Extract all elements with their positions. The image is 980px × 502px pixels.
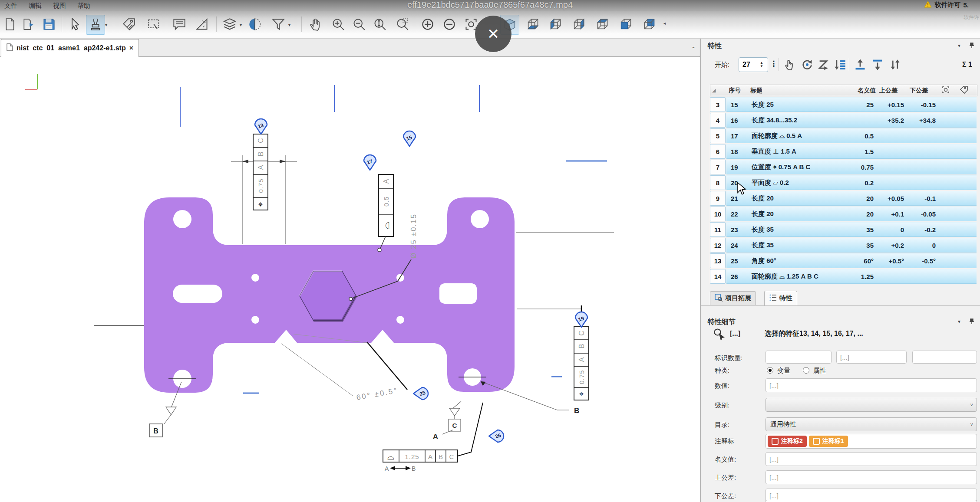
corner-hole[interactable] — [471, 210, 489, 228]
rect-slot-hole[interactable] — [439, 283, 477, 304]
upper-tol-cell[interactable] — [877, 160, 907, 174]
view-left-icon[interactable] — [546, 15, 564, 34]
upper-tol-cell[interactable]: +0.2 — [877, 238, 907, 253]
seq-cell[interactable]: 15 — [726, 97, 748, 112]
lower-tol-cell[interactable]: -0.05 — [907, 207, 939, 221]
sort-list-icon[interactable] — [832, 57, 848, 72]
title-cell[interactable]: 面轮廓度 ⌓ 0.5 A — [748, 128, 845, 143]
video-close-button[interactable]: ✕ — [475, 16, 511, 52]
refresh-icon[interactable] — [799, 57, 815, 72]
pan-hand-icon[interactable] — [307, 15, 325, 34]
seq-cell[interactable]: 17 — [726, 128, 748, 143]
icon-cell[interactable] — [957, 269, 977, 284]
row-number[interactable]: 3 — [710, 97, 726, 112]
icon-cell[interactable] — [939, 128, 957, 143]
title-cell[interactable]: 长度 20 — [748, 207, 845, 221]
icon-cell[interactable] — [957, 253, 977, 268]
nominal-cell[interactable]: 20 — [845, 207, 877, 221]
table-row[interactable]: 719位置度 ⌖ 0.75 A B C0.75 — [710, 160, 977, 174]
col-nominal[interactable]: 名义值 — [845, 87, 878, 95]
nominal-cell[interactable]: 1.5 — [845, 144, 877, 159]
spinner-menu-icon[interactable]: ⋮ — [770, 59, 778, 69]
small-hole[interactable] — [396, 316, 404, 324]
tabbar-chevron-icon[interactable]: ⌄ — [691, 43, 696, 49]
tag-icon[interactable] — [120, 15, 138, 34]
note-chip[interactable]: 注释标2 — [768, 436, 807, 447]
icon-cell[interactable] — [939, 113, 957, 128]
title-cell[interactable]: 垂直度 ⊥ 1.5 A — [748, 144, 845, 159]
col-lower[interactable]: 下公差 — [908, 87, 940, 95]
nominal-cell[interactable]: 35 — [845, 222, 877, 237]
row-number[interactable]: 9 — [710, 191, 726, 206]
catalog-select[interactable]: 通用特性˅ — [766, 417, 977, 431]
seq-cell[interactable]: 26 — [726, 269, 748, 284]
lower-tol-cell[interactable] — [907, 160, 939, 174]
table-row[interactable]: 921长度 2020+0.05-0.1 — [710, 191, 977, 206]
open-file-icon[interactable] — [19, 15, 37, 34]
save-icon[interactable] — [40, 15, 58, 34]
upper-tol-cell[interactable]: +0.15 — [877, 97, 907, 112]
lower-tol-cell[interactable]: 0 — [907, 238, 939, 253]
row-number[interactable]: 5 — [710, 128, 726, 143]
capture-column-icon[interactable] — [940, 85, 958, 95]
icon-cell[interactable] — [939, 238, 957, 253]
details-collapse-chevron-icon[interactable]: ▾ — [958, 318, 960, 325]
radio-variable-label[interactable]: 变量 — [777, 367, 790, 375]
nominal-cell[interactable]: 0.2 — [845, 175, 877, 190]
lower-tol-cell[interactable]: -0.15 — [907, 97, 939, 112]
title-cell[interactable]: 平面度 ▱ 0.2 — [748, 175, 845, 190]
small-hole[interactable] — [251, 274, 259, 282]
slot-hole[interactable] — [173, 285, 222, 303]
balloon-13[interactable]: 13 — [255, 119, 267, 134]
collapse-icon[interactable] — [440, 15, 459, 34]
id-count-input-1[interactable] — [766, 351, 832, 364]
angle-dimension[interactable]: 60° ±0.5° — [356, 386, 399, 402]
stamp-tool-icon[interactable] — [86, 15, 105, 35]
layers-dropdown-caret[interactable]: ▾ — [240, 23, 242, 27]
radio-attribute-label[interactable]: 属性 — [813, 367, 826, 375]
panel-pin-icon[interactable] — [969, 43, 974, 50]
seq-cell[interactable]: 18 — [726, 144, 748, 159]
tab-close-icon[interactable]: × — [129, 44, 133, 52]
title-cell[interactable]: 角度 60° — [748, 253, 845, 268]
title-cell[interactable]: 长度 35 — [748, 222, 845, 237]
upper-tol-cell[interactable]: 0 — [877, 222, 907, 237]
balloon-26[interactable]: 26 — [489, 430, 504, 442]
upper-tol-cell[interactable] — [877, 269, 907, 284]
start-input[interactable] — [739, 60, 760, 69]
tag-column-icon[interactable] — [958, 85, 977, 95]
nominal-cell[interactable]: 0.75 — [845, 160, 877, 174]
icon-cell[interactable] — [957, 191, 977, 206]
title-cell[interactable]: 长度 35 — [748, 238, 845, 253]
row-number[interactable]: 10 — [710, 207, 726, 221]
col-seq[interactable]: 序号 — [727, 87, 749, 95]
next-field-input[interactable] — [766, 500, 977, 502]
nominal-cell[interactable] — [845, 113, 877, 128]
icon-cell[interactable] — [957, 113, 977, 128]
lower-tol-cell[interactable] — [907, 269, 939, 284]
upper-tol-cell[interactable]: +35.2 — [877, 113, 907, 128]
spinner-arrows-icon[interactable]: ▲▼ — [760, 61, 763, 68]
radio-attribute[interactable] — [803, 367, 809, 374]
seq-cell[interactable]: 23 — [726, 222, 748, 237]
chip-checkbox[interactable] — [772, 438, 779, 445]
icon-cell[interactable] — [957, 144, 977, 159]
zoom-out-icon[interactable] — [350, 15, 368, 34]
icon-cell[interactable] — [939, 191, 957, 206]
upper-tol-cell[interactable] — [877, 175, 907, 190]
comment-icon[interactable] — [170, 15, 188, 34]
lower-tol-cell[interactable]: -0.2 — [907, 222, 939, 237]
level-select[interactable]: ˅ — [766, 398, 977, 412]
icon-cell[interactable] — [939, 144, 957, 159]
upper-tol-cell[interactable]: +0.5° — [877, 253, 907, 268]
fcf-position-right[interactable]: C B A 0.75 ⌖ — [574, 326, 589, 400]
start-spinner[interactable]: ▲▼ — [739, 57, 768, 72]
table-row[interactable]: 1325角度 60°60°+0.5°-0.5° — [710, 253, 977, 268]
cad-canvas[interactable]: C B A 0.75 ⌖ A 0.5 ⌓ Ø 25 ±0.15 — [0, 56, 700, 502]
note-chip[interactable]: 注释标1 — [809, 436, 848, 447]
nominal-cell[interactable]: 0.5 — [845, 128, 877, 143]
upper-tol-cell[interactable] — [877, 128, 907, 143]
table-row[interactable]: 1123长度 35350-0.2 — [710, 222, 977, 237]
chip-checkbox[interactable] — [813, 438, 820, 445]
icon-cell[interactable] — [957, 128, 977, 143]
